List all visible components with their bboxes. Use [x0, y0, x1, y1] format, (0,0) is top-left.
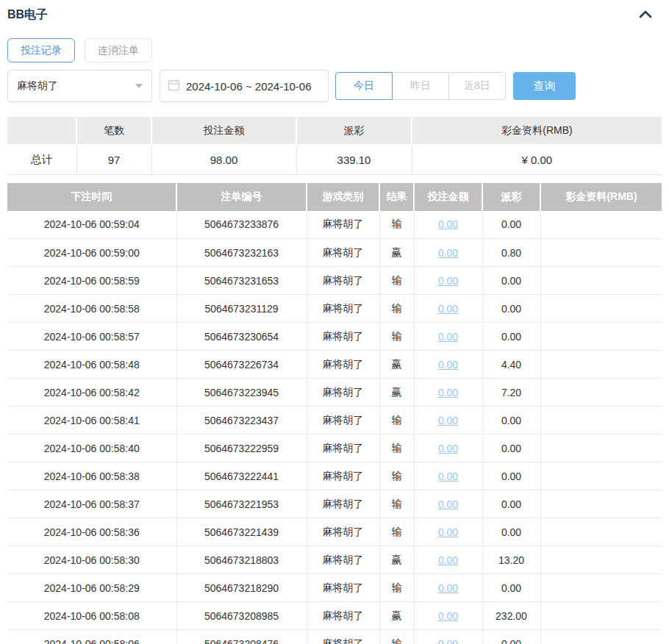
cell-bet-time: 2024-10-06 00:58:38: [7, 462, 176, 490]
cell-result: 输: [379, 630, 414, 644]
cell-game-type: 麻将胡了: [307, 630, 379, 644]
cell-order-number: 5064673231653: [176, 267, 307, 295]
cell-order-number: 5064673218803: [176, 546, 307, 574]
bet-amount-link[interactable]: 0.00: [438, 387, 458, 398]
summary-header-row: 笔数投注金额派彩彩金资料(RMB): [7, 117, 662, 145]
cell-payout: 4.40: [482, 351, 540, 379]
game-type-select-value: 麻将胡了: [17, 79, 58, 93]
table-row: 2024-10-06 00:58:30 5064673218803 麻将胡了 赢…: [7, 546, 662, 574]
cell-game-type: 麻将胡了: [307, 295, 379, 323]
cell-bet-amount: 0.00: [414, 518, 482, 546]
table-row: 2024-10-06 00:58:40 5064673222959 麻将胡了 输…: [7, 434, 662, 462]
cell-bonus: [540, 351, 662, 379]
cell-order-number: 5064673231129: [176, 295, 307, 323]
bet-amount-link[interactable]: 0.00: [438, 247, 458, 259]
cell-bet-time: 2024-10-06 00:58:40: [7, 434, 176, 462]
summary-column-header: 投注金额: [151, 117, 296, 145]
cell-bet-amount: 0.00: [414, 462, 482, 490]
bet-amount-link[interactable]: 0.00: [438, 331, 458, 343]
table-row: 2024-10-06 00:58:36 5064673221439 麻将胡了 输…: [7, 518, 662, 546]
calendar-icon: [168, 79, 180, 93]
game-type-select[interactable]: 麻将胡了: [7, 70, 152, 102]
cell-bet-time: 2024-10-06 00:58:29: [7, 574, 176, 602]
tab-cancelled-orders[interactable]: 连消注单: [85, 38, 152, 62]
summary-total-row: 总计 97 98.00 339.10 ¥ 0.00: [7, 145, 662, 174]
cell-bet-amount: 0.00: [414, 407, 482, 434]
table-row: 2024-10-06 00:59:00 5064673232163 麻将胡了 赢…: [7, 239, 662, 267]
cell-bonus: [540, 546, 662, 574]
bet-amount-link[interactable]: 0.00: [438, 582, 458, 594]
cell-result: 输: [379, 407, 414, 434]
cell-payout: 232.00: [482, 602, 540, 630]
cell-bonus: [540, 239, 662, 267]
cell-game-type: 麻将胡了: [307, 379, 379, 407]
bet-amount-link[interactable]: 0.00: [438, 526, 458, 538]
cell-bet-amount: 0.00: [414, 351, 482, 379]
summary-table: 笔数投注金额派彩彩金资料(RMB) 总计 97 98.00 339.10 ¥ 0…: [7, 117, 662, 175]
collapse-panel-button[interactable]: [637, 7, 654, 23]
cell-bet-time: 2024-10-06 00:58:59: [7, 267, 176, 295]
summary-column-header: 派彩: [296, 117, 412, 145]
cell-bet-time: 2024-10-06 00:58:48: [7, 351, 176, 379]
table-row: 2024-10-06 00:58:38 5064673222441 麻将胡了 输…: [7, 462, 662, 490]
bet-amount-link[interactable]: 0.00: [438, 610, 458, 622]
cell-result: 输: [379, 267, 414, 295]
cell-bet-amount: 0.00: [414, 546, 482, 574]
cell-bonus: [540, 267, 662, 295]
cell-bet-amount: 0.00: [414, 295, 482, 323]
cell-payout: 0.00: [482, 462, 540, 490]
cell-payout: 0.00: [482, 211, 540, 239]
cell-game-type: 麻将胡了: [307, 239, 379, 267]
quick-date-button-group: 今日 昨日 近8日: [335, 72, 506, 100]
cell-bonus: [540, 295, 662, 323]
cell-payout: 0.00: [482, 295, 540, 323]
cell-bonus: [540, 630, 662, 644]
tab-bet-records[interactable]: 投注记录: [7, 38, 75, 62]
cell-order-number: 5064673232163: [176, 239, 307, 267]
cell-result: 输: [379, 490, 414, 518]
cell-bonus: [540, 490, 662, 518]
cell-order-number: 5064673208476: [176, 630, 307, 644]
cell-result: 输: [379, 462, 414, 490]
today-button[interactable]: 今日: [335, 72, 393, 100]
cell-game-type: 麻将胡了: [307, 602, 379, 630]
search-button[interactable]: 查询: [513, 72, 576, 100]
bet-amount-link[interactable]: 0.00: [438, 303, 458, 315]
cell-payout: 0.00: [482, 267, 540, 295]
bet-amount-link[interactable]: 0.00: [438, 443, 458, 454]
summary-total-label: 总计: [7, 145, 76, 174]
bet-table-header-row: 下注时间注单编号游戏类别结果投注金额派彩彩金资料(RMB): [7, 183, 662, 211]
cell-bet-time: 2024-10-06 00:58:30: [7, 546, 176, 574]
cell-bet-amount: 0.00: [414, 323, 482, 351]
bet-column-header: 结果: [379, 183, 414, 211]
chevron-up-icon: [638, 10, 653, 21]
cell-bet-amount: 0.00: [414, 602, 482, 630]
yesterday-button[interactable]: 昨日: [392, 72, 449, 100]
cell-bonus: [540, 434, 662, 462]
bet-amount-link[interactable]: 0.00: [438, 359, 458, 371]
bet-amount-link[interactable]: 0.00: [438, 415, 458, 426]
bet-amount-link[interactable]: 0.00: [438, 554, 458, 566]
table-row: 2024-10-06 00:58:08 5064673208985 麻将胡了 赢…: [7, 602, 662, 630]
cell-game-type: 麻将胡了: [307, 434, 379, 462]
bet-column-header: 游戏类别: [307, 183, 379, 211]
cell-result: 输: [379, 518, 414, 546]
date-range-picker[interactable]: 2024-10-06 ~ 2024-10-06: [160, 70, 329, 102]
cell-payout: 0.00: [482, 518, 540, 546]
bet-amount-link[interactable]: 0.00: [438, 498, 458, 510]
cell-bonus: [540, 379, 662, 407]
cell-bet-amount: 0.00: [414, 490, 482, 518]
cell-result: 赢: [379, 379, 414, 407]
cell-payout: 0.00: [482, 434, 540, 462]
cell-game-type: 麻将胡了: [307, 574, 379, 602]
bet-amount-link[interactable]: 0.00: [438, 471, 458, 482]
cell-result: 赢: [379, 239, 414, 267]
cell-bonus: [540, 462, 662, 490]
bet-amount-link[interactable]: 0.00: [438, 218, 458, 230]
cell-payout: 0.00: [482, 630, 540, 644]
cell-order-number: 5064673230654: [176, 323, 307, 351]
record-tabs: 投注记录 连消注单: [7, 38, 662, 62]
last-8-days-button[interactable]: 近8日: [448, 72, 506, 100]
bet-amount-link[interactable]: 0.00: [438, 638, 458, 644]
bet-amount-link[interactable]: 0.00: [438, 275, 458, 287]
